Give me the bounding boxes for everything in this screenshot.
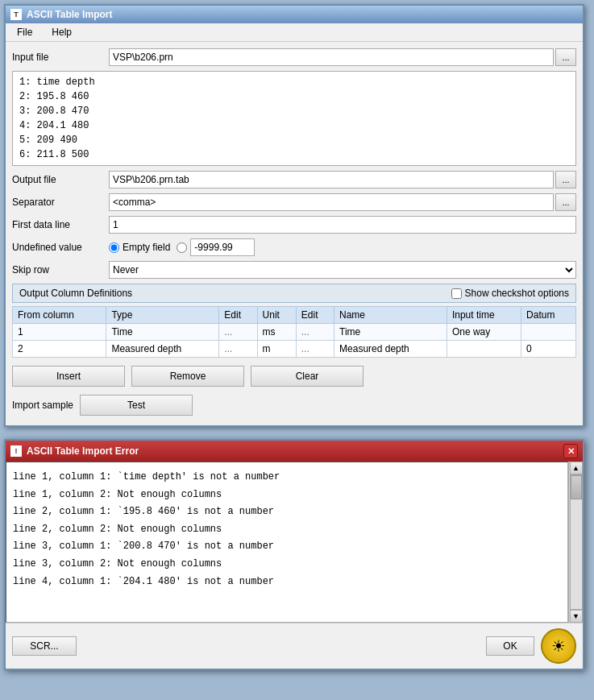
skip-row-select[interactable]: Never Always If comment: [109, 261, 576, 279]
table-header-row: From column Type Edit Unit Edit Name Inp…: [13, 307, 576, 324]
preview-line-5: 5: 209 490: [19, 133, 569, 147]
insert-button[interactable]: Insert: [12, 366, 125, 387]
row1-unit: ms: [257, 324, 296, 341]
row2-input-time: [447, 341, 521, 358]
table-row: 1 Time ... ms ... Time One way: [13, 324, 576, 341]
row2-unit: m: [257, 341, 296, 358]
error-line-5: line 3, column 1: `200.8 470' is not a n…: [13, 538, 561, 556]
output-file-label: Output file: [12, 174, 109, 185]
error-text: line 1, column 1: `time depth' is not a …: [6, 462, 568, 623]
error-line-2: line 1, column 2: Not enough columns: [13, 487, 561, 504]
output-col-defs-header: Output Column Definitions Show checkshot…: [12, 284, 576, 303]
row2-type: Measured depth: [106, 341, 219, 358]
separator-browse-button[interactable]: ...: [555, 193, 576, 211]
menu-file[interactable]: File: [12, 25, 37, 39]
empty-field-option: Empty field: [109, 242, 170, 253]
col-header-datum: Datum: [521, 307, 576, 324]
undefined-value-label: Undefined value: [12, 242, 109, 253]
decorative-sun-icon: ☀: [541, 628, 576, 664]
app-icon: T: [10, 9, 22, 20]
row1-from: 1: [13, 324, 106, 341]
first-data-line-row: First data line: [12, 216, 576, 234]
row2-name: Measured depth: [334, 341, 447, 358]
column-table-body: 1 Time ... ms ... Time One way 2 Measure…: [13, 324, 576, 358]
row2-edit2[interactable]: ...: [296, 341, 334, 358]
output-file-browse-button[interactable]: ...: [555, 171, 576, 188]
remove-button[interactable]: Remove: [131, 366, 244, 387]
undefined-value-row: Undefined value Empty field: [12, 238, 576, 256]
output-file-field[interactable]: [109, 171, 554, 188]
preview-line-1: 1: time depth: [19, 75, 569, 89]
error-line-4: line 2, column 2: Not enough columns: [13, 521, 561, 539]
col-header-type: Type: [106, 307, 219, 324]
output-file-row: Output file ...: [12, 171, 576, 188]
show-checkshot-label: Show checkshot options: [465, 288, 569, 299]
error-line-7: line 4, column 1: `204.1 480' is not a n…: [13, 574, 561, 591]
main-title-bar: T ASCII Table Import: [6, 6, 583, 23]
row1-edit1[interactable]: ...: [219, 324, 257, 341]
error-line-1: line 1, column 1: `time depth' is not a …: [13, 469, 561, 487]
row1-name: Time: [334, 324, 447, 341]
action-buttons-row: Insert Remove Clear: [12, 362, 576, 390]
preview-line-6: 6: 211.8 500: [19, 147, 569, 162]
empty-field-label: Empty field: [123, 242, 170, 253]
ok-area: OK ☀: [486, 628, 576, 664]
empty-field-radio[interactable]: [109, 242, 119, 253]
import-sample-label: Import sample: [12, 400, 73, 411]
clear-button[interactable]: Clear: [251, 366, 363, 387]
input-file-field[interactable]: [109, 48, 554, 66]
error-title-bar: ! ASCII Table Import Error ✕: [6, 441, 583, 462]
file-preview: 1: time depth 2: 195.8 460 3: 200.8 470 …: [12, 71, 576, 166]
col-header-edit1: Edit: [219, 307, 257, 324]
col-header-from: From column: [13, 307, 106, 324]
error-content-area: line 1, column 1: `time depth' is not a …: [6, 462, 583, 623]
preview-line-3: 3: 200.8 470: [19, 104, 569, 118]
menu-bar: File Help: [6, 23, 583, 42]
row1-edit2[interactable]: ...: [296, 324, 334, 341]
first-data-line-field[interactable]: [109, 216, 576, 234]
error-dialog-title: ASCII Table Import Error: [27, 445, 139, 457]
scroll-thumb[interactable]: [571, 475, 582, 499]
main-title: ASCII Table Import: [27, 9, 112, 20]
menu-help[interactable]: Help: [47, 25, 77, 39]
preview-line-4: 4: 204.1 480: [19, 118, 569, 133]
import-sample-row: Import sample Test: [12, 395, 576, 416]
row1-type: Time: [106, 324, 219, 341]
test-button[interactable]: Test: [80, 395, 193, 416]
skip-row-row: Skip row Never Always If comment: [12, 261, 576, 279]
row2-datum: 0: [521, 341, 576, 358]
preview-line-2: 2: 195.8 460: [19, 89, 569, 104]
undefined-radio-group: Empty field: [109, 238, 576, 256]
col-header-input-time: Input time: [447, 307, 521, 324]
scroll-up-arrow[interactable]: ▲: [570, 462, 583, 474]
error-dialog: ! ASCII Table Import Error ✕ line 1, col…: [4, 439, 584, 670]
main-content: Input file ... 1: time depth 2: 195.8 46…: [6, 42, 583, 425]
input-file-label: Input file: [12, 52, 109, 63]
numeric-undef-radio[interactable]: [177, 242, 187, 253]
column-table: From column Type Edit Unit Edit Name Inp…: [12, 306, 576, 358]
show-checkshot-checkbox[interactable]: [451, 288, 462, 299]
row2-edit1[interactable]: ...: [219, 341, 257, 358]
input-file-row: Input file ...: [12, 48, 576, 66]
col-header-name: Name: [334, 307, 447, 324]
error-dialog-bottom: SCR... OK ☀: [6, 623, 583, 669]
undef-value-field[interactable]: [190, 238, 255, 256]
separator-row: Separator ...: [12, 193, 576, 211]
row1-datum: [521, 324, 576, 341]
scr-button[interactable]: SCR...: [12, 636, 77, 656]
separator-label: Separator: [12, 197, 109, 208]
main-window: T ASCII Table Import File Help Input fil…: [4, 4, 584, 427]
col-header-unit: Unit: [257, 307, 296, 324]
row1-input-time: One way: [447, 324, 521, 341]
ok-button[interactable]: OK: [486, 636, 534, 656]
separator-field[interactable]: [109, 193, 554, 211]
first-data-line-label: First data line: [12, 219, 109, 230]
table-row: 2 Measured depth ... m ... Measured dept…: [13, 341, 576, 358]
scroll-track[interactable]: [570, 474, 583, 610]
close-error-button[interactable]: ✕: [563, 444, 578, 458]
input-file-browse-button[interactable]: ...: [555, 48, 576, 66]
numeric-undef-option: [177, 238, 255, 256]
scroll-down-arrow[interactable]: ▼: [570, 610, 583, 623]
error-scrollbar: ▲ ▼: [568, 462, 583, 623]
show-checkshot-group: Show checkshot options: [451, 288, 569, 299]
